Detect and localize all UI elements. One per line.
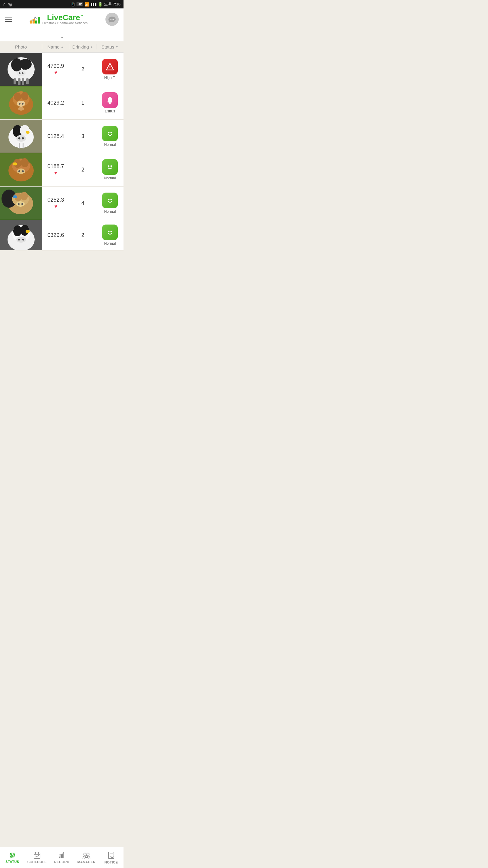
name-sort-icon: ▲	[61, 45, 64, 49]
cow-image-1	[0, 53, 42, 86]
cow-name-4: 0188.7 ♥	[42, 163, 69, 176]
status-label-4: Normal	[104, 176, 116, 180]
drinking-sort-icon: ▲	[90, 45, 93, 49]
svg-point-50	[17, 168, 25, 174]
svg-rect-13	[13, 79, 16, 84]
svg-point-24	[21, 92, 28, 100]
cow-photo-6	[0, 220, 42, 250]
cow-status-3[interactable]: Normal	[96, 126, 124, 147]
svg-point-72	[26, 230, 30, 233]
cow-image-6	[0, 220, 42, 250]
cow-image-4	[0, 153, 42, 186]
svg-point-34	[20, 125, 30, 136]
bell-icon	[106, 96, 114, 104]
column-header-name[interactable]: Name ▲	[42, 44, 69, 50]
cow-name-5: 0252.3 ♥	[42, 197, 69, 210]
table-row[interactable]: 0188.7 ♥ 2 Normal	[0, 153, 124, 187]
time-display: 오후 7:16	[104, 1, 121, 7]
smiley-icon-4	[106, 163, 114, 171]
cow-photo-2	[0, 86, 42, 119]
svg-rect-16	[26, 79, 29, 84]
svg-point-30	[109, 102, 111, 104]
svg-point-61	[13, 195, 17, 198]
logo-area: LiveCare™ Livestock HealthCare Services	[30, 13, 88, 25]
svg-point-53	[108, 165, 110, 167]
svg-point-49	[13, 162, 17, 165]
battery-icon: 🔋	[98, 2, 103, 7]
cow-status-6[interactable]: Normal	[96, 224, 124, 246]
cow-status-2[interactable]: Estrus	[96, 92, 124, 113]
chat-button[interactable]	[105, 13, 119, 26]
status-bar-left-icons: ✓ 🐄	[2, 2, 12, 7]
hamburger-line-2	[5, 19, 12, 20]
hamburger-menu-button[interactable]	[5, 17, 12, 22]
svg-point-76	[108, 231, 110, 232]
svg-point-74	[18, 239, 20, 241]
status-label-2: Estrus	[105, 109, 115, 113]
svg-point-66	[110, 199, 112, 200]
smiley-icon-3	[106, 129, 114, 138]
svg-point-54	[110, 165, 112, 167]
svg-point-62	[16, 201, 25, 207]
status-label-3: Normal	[104, 143, 116, 147]
chevron-down-icon: ⌄	[59, 33, 64, 40]
svg-rect-14	[18, 79, 21, 85]
svg-point-48	[21, 158, 29, 167]
smiley-icon-5	[106, 196, 114, 205]
svg-point-64	[22, 203, 23, 205]
svg-point-51	[19, 170, 20, 172]
status-badge-estrus	[102, 92, 118, 108]
cow-name-3: 0128.4	[42, 133, 69, 140]
cow-image-3	[0, 120, 42, 153]
svg-point-3	[113, 19, 113, 20]
svg-point-7	[20, 59, 32, 70]
cow-name-1: 4790.9 ♥	[42, 63, 69, 76]
svg-rect-39	[23, 143, 24, 149]
table-row[interactable]: 0329.6 2 Normal	[0, 220, 124, 250]
status-badge-normal-5	[102, 193, 118, 208]
svg-point-77	[110, 231, 112, 232]
svg-point-35	[16, 135, 26, 142]
cow-status-4[interactable]: Normal	[96, 159, 124, 180]
svg-point-41	[106, 130, 113, 137]
table-row[interactable]: 0252.3 ♥ 4 Normal	[0, 187, 124, 220]
svg-rect-38	[19, 143, 20, 149]
status-label-6: Normal	[104, 241, 116, 246]
hamburger-line-1	[5, 17, 12, 18]
cow-status-1[interactable]: High-T.	[96, 59, 124, 80]
column-header-drinking[interactable]: Drinking ▲	[69, 44, 96, 50]
cow-drinking-3: 3	[69, 133, 96, 140]
svg-point-2	[111, 19, 112, 20]
svg-point-26	[19, 103, 21, 104]
cow-drinking-2: 1	[69, 100, 96, 106]
cow-drinking-6: 2	[69, 232, 96, 239]
warning-triangle-icon	[106, 63, 114, 70]
cow-drinking-4: 2	[69, 167, 96, 173]
svg-point-23	[14, 93, 21, 101]
logo-chart-icon	[30, 15, 40, 24]
status-label-5: Normal	[104, 210, 116, 214]
table-row[interactable]: 4029.2 1 Estrus	[0, 86, 124, 120]
status-bar-right-icons: 📳 HD 📶 ▮▮▮ 🔋 오후 7:16	[70, 1, 121, 7]
svg-point-19	[110, 69, 110, 70]
chat-bubble-icon	[108, 16, 116, 23]
table-header: Photo Name ▲ Drinking ▲ Status ▼	[0, 41, 124, 53]
status-badge-high-t	[102, 59, 118, 74]
svg-point-10	[17, 70, 26, 76]
column-header-status[interactable]: Status ▼	[96, 44, 124, 50]
content-area: ⌄ Photo Name ▲ Drinking ▲ Status ▼	[0, 30, 124, 272]
svg-point-65	[108, 199, 110, 200]
status-badge-normal-4	[102, 159, 118, 175]
logo-main-text: LiveCare™	[47, 13, 83, 22]
cow-status-5[interactable]: Normal	[96, 193, 124, 214]
cow-drinking-1: 2	[69, 66, 96, 73]
svg-point-0	[34, 17, 36, 18]
hd-icon: HD	[76, 2, 83, 6]
svg-point-11	[19, 72, 21, 74]
cow-image-2	[0, 86, 42, 119]
cow-app-icon: 🐄	[7, 2, 12, 7]
chevron-divider[interactable]: ⌄	[0, 30, 124, 41]
table-row[interactable]: 4790.9 ♥ 2 High-T.	[0, 53, 124, 86]
svg-point-75	[22, 239, 24, 241]
table-row[interactable]: 0128.4 3 Normal	[0, 120, 124, 153]
